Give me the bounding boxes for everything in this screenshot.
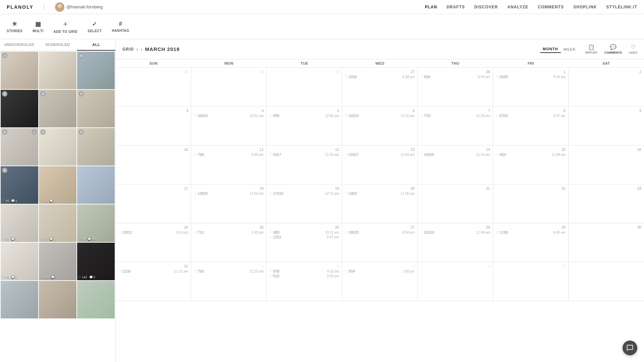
calendar-day[interactable]: 16 xyxy=(569,145,644,184)
calendar-event[interactable]: ♡89|512:56 pm xyxy=(269,114,339,118)
calendar-day[interactable]: 9 xyxy=(569,107,644,145)
comments-button[interactable]: 💬 COMMENTS xyxy=(604,44,622,54)
calendar-event[interactable]: ♡45|411:04 am xyxy=(496,153,566,157)
list-item[interactable]: ♡ 63 💬 1 xyxy=(39,204,76,242)
calendar-event[interactable]: ♡101|1611:49 am xyxy=(420,231,490,234)
calendar-day[interactable]: 25♡71|11:42 pm xyxy=(191,223,267,262)
calendar-event[interactable]: ♡38|010:12 am xyxy=(269,231,339,234)
calendar-event[interactable]: ♡128|2611:50 am xyxy=(194,192,264,195)
calendar-day[interactable]: 4♡169|1510:51 am xyxy=(191,107,267,145)
likes-button[interactable]: ♡ LIKES xyxy=(629,44,637,54)
calendar-day[interactable]: 4 xyxy=(418,262,493,301)
nav-plan[interactable]: PLAN xyxy=(425,5,437,9)
list-item[interactable]: S xyxy=(77,128,115,166)
calendar-event[interactable]: ♡125|06:38 pm xyxy=(345,75,415,79)
calendar-day[interactable]: 10 xyxy=(116,145,191,184)
calendar-day[interactable]: 3♡93|41:09 pm xyxy=(342,262,418,301)
calendar-day[interactable]: 22 xyxy=(493,184,569,223)
list-item[interactable]: ♡ 88 💬 19 xyxy=(77,204,115,242)
calendar-event[interactable]: ♡190|258:34 pm xyxy=(345,231,415,234)
calendar-event[interactable]: ♡120|1311:16 am xyxy=(345,114,415,118)
calendar-day[interactable]: 28♡83|48:04 am xyxy=(418,68,493,106)
calendar-event[interactable]: ♡79|69:59 am xyxy=(194,153,264,157)
prev-month-button[interactable]: ‹ xyxy=(137,47,138,52)
list-item[interactable]: S xyxy=(39,128,76,166)
calendar-day[interactable]: 8♡87|108:37 am xyxy=(493,107,569,145)
calendar-day[interactable]: 5♡89|512:56 pm xyxy=(267,107,342,145)
list-item[interactable]: U xyxy=(77,52,115,89)
list-item[interactable]: ♡ 69 💬 1 xyxy=(1,204,38,242)
calendar-day[interactable]: 13♡216|1711:03 am xyxy=(342,145,418,184)
calendar-day[interactable]: 17 xyxy=(116,184,191,223)
list-item[interactable]: ♡ 128 💬 5 xyxy=(39,243,76,280)
calendar-day[interactable]: 19♡174|1012:15 pm xyxy=(267,184,342,223)
list-item[interactable]: ♡ 95 💬 3 xyxy=(1,243,38,280)
calendar-day[interactable]: 15♡45|411:04 am xyxy=(493,145,569,184)
calendar-event[interactable]: ♡83|48:04 am xyxy=(420,75,490,79)
calendar-day[interactable]: 24♡120|123:14 pm xyxy=(116,223,191,262)
calendar-day[interactable]: 2♡97|69:32 am♡61|22:33 pm xyxy=(267,262,342,301)
user-info[interactable]: @hannah.forsberg xyxy=(55,2,103,12)
calendar-day[interactable]: 26 xyxy=(267,68,342,106)
calendar-day[interactable]: 6♡120|1311:16 am xyxy=(342,107,418,145)
calendar-event[interactable]: ♡77|312:28 pm xyxy=(420,114,490,118)
nav-shoplink[interactable]: SHOPLINK xyxy=(573,5,597,9)
calendar-day[interactable]: 24 xyxy=(116,68,191,106)
tab-unscheduled[interactable]: UNSCHEDULED xyxy=(0,39,39,51)
calendar-event[interactable]: ♡79|311:15 am xyxy=(194,269,264,273)
calendar-day[interactable]: 3 xyxy=(116,107,191,145)
calendar-day[interactable]: 21 xyxy=(418,184,493,223)
next-month-button[interactable]: › xyxy=(141,47,143,52)
nav-discover[interactable]: DISCOVER xyxy=(474,5,498,9)
calendar-day[interactable]: 5 xyxy=(493,262,569,301)
calendar-day[interactable]: 29♡113|98:43 am xyxy=(493,223,569,262)
list-item[interactable]: S ♡ 44 💬 1 xyxy=(1,166,38,204)
list-item[interactable]: ♡ 90 💬 1 xyxy=(39,166,76,204)
calendar-day[interactable] xyxy=(569,262,644,301)
list-item[interactable] xyxy=(39,52,76,89)
nav-drafts[interactable]: DRAFTS xyxy=(446,5,465,9)
tab-all[interactable]: ALL xyxy=(77,39,115,51)
tab-scheduled[interactable]: SCHEDULED xyxy=(39,39,77,51)
calendar-day[interactable]: 23 xyxy=(569,184,644,223)
calendar-day[interactable]: 2 xyxy=(569,68,644,106)
calendar-event[interactable]: ♡104|98:43 am xyxy=(496,75,566,79)
list-item[interactable]: ♡ 142 💬 2 xyxy=(77,243,115,280)
report-button[interactable]: 📋 REPORT xyxy=(585,44,598,54)
chat-button[interactable] xyxy=(623,341,637,355)
calendar-day[interactable]: 11♡79|69:59 am xyxy=(191,145,267,184)
calendar-event[interactable]: ♡93|41:09 pm xyxy=(345,269,415,273)
list-item[interactable] xyxy=(39,281,76,318)
calendar-event[interactable]: ♡112|811:21 am xyxy=(118,269,188,273)
calendar-day[interactable]: 26♡38|010:12 am♡125|16:57 pm xyxy=(267,223,342,262)
calendar-event[interactable]: ♡113|98:43 am xyxy=(496,231,566,234)
calendar-event[interactable]: ♡138|311:06 am xyxy=(345,192,415,195)
nav-analyze[interactable]: ANALYZE xyxy=(507,5,529,9)
month-view-button[interactable]: MONTH xyxy=(540,46,560,53)
calendar-day[interactable]: 28♡101|1611:49 am xyxy=(418,223,493,262)
calendar-day[interactable]: 1♡79|311:15 am xyxy=(191,262,267,301)
list-item[interactable]: U xyxy=(1,52,38,89)
calendar-day[interactable]: 7♡77|312:28 pm xyxy=(418,107,493,145)
calendar-event[interactable]: ♡61|22:33 pm xyxy=(269,274,339,278)
calendar-event[interactable]: ♡71|11:42 pm xyxy=(194,231,264,234)
calendar-day[interactable]: 25 xyxy=(191,68,267,106)
calendar-day[interactable]: 14♡156|3511:14 am xyxy=(418,145,493,184)
tool-add-to-grid[interactable]: + ADD TO GRID xyxy=(54,20,77,34)
nav-stylelink[interactable]: STYLELINK.IT xyxy=(606,5,637,9)
list-item[interactable] xyxy=(77,166,115,204)
calendar-day[interactable]: 20♡138|311:06 am xyxy=(342,184,418,223)
list-item[interactable]: S xyxy=(77,90,115,127)
calendar-day[interactable]: 18♡128|2611:50 am xyxy=(191,184,267,223)
list-item[interactable]: S xyxy=(1,90,38,127)
tool-multi[interactable]: ▦ MULTI xyxy=(33,20,43,33)
week-view-button[interactable]: WEEK xyxy=(561,46,579,53)
calendar-event[interactable]: ♡97|69:32 am xyxy=(269,269,339,273)
list-item[interactable]: S S xyxy=(1,128,38,166)
nav-comments[interactable]: COMMENTS xyxy=(538,5,564,9)
calendar-event[interactable]: ♡174|1012:15 pm xyxy=(269,192,339,195)
calendar-event[interactable]: ♡216|1711:03 am xyxy=(345,153,415,157)
tool-stories[interactable]: ☀ STORIES xyxy=(7,20,22,33)
calendar-event[interactable]: ♡87|108:37 am xyxy=(496,114,566,118)
calendar-day[interactable]: 27♡190|258:34 pm xyxy=(342,223,418,262)
